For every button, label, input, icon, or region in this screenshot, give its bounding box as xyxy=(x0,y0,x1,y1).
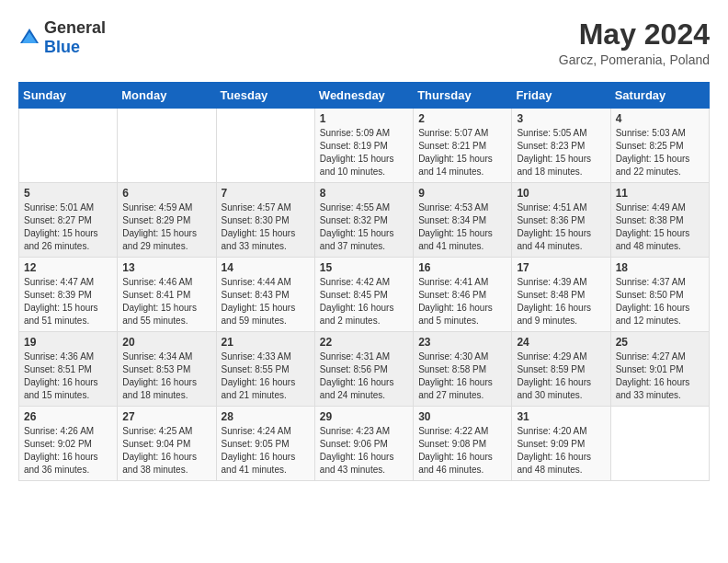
day-of-week-header: Tuesday xyxy=(216,83,314,109)
day-number: 21 xyxy=(222,336,310,349)
day-info: Sunrise: 4:44 AM Sunset: 8:43 PM Dayligh… xyxy=(222,276,310,327)
day-info: Sunrise: 4:20 AM Sunset: 9:09 PM Dayligh… xyxy=(517,425,605,477)
day-of-week-header: Sunday xyxy=(19,83,118,109)
calendar-week-row: 12Sunrise: 4:47 AM Sunset: 8:39 PM Dayli… xyxy=(19,258,710,332)
day-info: Sunrise: 4:59 AM Sunset: 8:29 PM Dayligh… xyxy=(122,201,210,253)
day-number: 11 xyxy=(616,187,704,200)
calendar-cell: 8Sunrise: 4:55 AM Sunset: 8:32 PM Daylig… xyxy=(314,183,413,258)
day-number: 14 xyxy=(222,261,310,274)
day-info: Sunrise: 4:33 AM Sunset: 8:55 PM Dayligh… xyxy=(222,350,310,402)
day-number: 27 xyxy=(122,410,210,423)
day-number: 15 xyxy=(320,261,408,274)
day-number: 23 xyxy=(418,336,506,349)
calendar-header-row: SundayMondayTuesdayWednesdayThursdayFrid… xyxy=(19,83,710,109)
day-number: 24 xyxy=(517,336,605,349)
day-info: Sunrise: 4:36 AM Sunset: 8:51 PM Dayligh… xyxy=(24,350,112,402)
day-number: 22 xyxy=(320,336,408,349)
calendar-cell: 24Sunrise: 4:29 AM Sunset: 8:59 PM Dayli… xyxy=(512,332,610,407)
day-number: 13 xyxy=(122,261,210,274)
logo-icon xyxy=(18,27,40,49)
calendar-week-row: 26Sunrise: 4:26 AM Sunset: 9:02 PM Dayli… xyxy=(19,407,710,481)
calendar-cell: 22Sunrise: 4:31 AM Sunset: 8:56 PM Dayli… xyxy=(314,332,413,407)
calendar-week-row: 5Sunrise: 5:01 AM Sunset: 8:27 PM Daylig… xyxy=(19,183,710,258)
day-info: Sunrise: 4:22 AM Sunset: 9:08 PM Dayligh… xyxy=(418,425,506,477)
calendar-table: SundayMondayTuesdayWednesdayThursdayFrid… xyxy=(18,82,710,481)
calendar-cell: 4Sunrise: 5:03 AM Sunset: 8:25 PM Daylig… xyxy=(610,109,709,183)
day-info: Sunrise: 4:49 AM Sunset: 8:38 PM Dayligh… xyxy=(616,201,704,253)
day-number: 2 xyxy=(418,112,506,125)
day-info: Sunrise: 4:47 AM Sunset: 8:39 PM Dayligh… xyxy=(24,276,112,327)
logo: General Blue xyxy=(18,18,106,57)
day-info: Sunrise: 4:23 AM Sunset: 9:06 PM Dayligh… xyxy=(320,425,408,477)
calendar-cell xyxy=(610,407,709,481)
day-number: 25 xyxy=(616,336,704,349)
day-info: Sunrise: 5:05 AM Sunset: 8:23 PM Dayligh… xyxy=(517,127,605,178)
calendar-cell xyxy=(118,109,216,183)
day-info: Sunrise: 4:42 AM Sunset: 8:45 PM Dayligh… xyxy=(320,276,408,327)
calendar-cell: 9Sunrise: 4:53 AM Sunset: 8:34 PM Daylig… xyxy=(414,183,512,258)
day-number: 18 xyxy=(616,261,704,274)
day-number: 3 xyxy=(517,112,605,125)
calendar-cell: 26Sunrise: 4:26 AM Sunset: 9:02 PM Dayli… xyxy=(19,407,118,481)
day-info: Sunrise: 4:26 AM Sunset: 9:02 PM Dayligh… xyxy=(24,425,112,477)
calendar-cell xyxy=(216,109,314,183)
calendar-cell: 17Sunrise: 4:39 AM Sunset: 8:48 PM Dayli… xyxy=(512,258,610,332)
calendar-cell: 31Sunrise: 4:20 AM Sunset: 9:09 PM Dayli… xyxy=(512,407,610,481)
day-number: 29 xyxy=(320,410,408,423)
day-info: Sunrise: 4:27 AM Sunset: 9:01 PM Dayligh… xyxy=(616,350,704,402)
day-info: Sunrise: 4:24 AM Sunset: 9:05 PM Dayligh… xyxy=(222,425,310,477)
calendar-cell: 28Sunrise: 4:24 AM Sunset: 9:05 PM Dayli… xyxy=(216,407,314,481)
logo-text: General Blue xyxy=(44,18,106,57)
calendar-cell: 29Sunrise: 4:23 AM Sunset: 9:06 PM Dayli… xyxy=(314,407,413,481)
page-header: General Blue May 2024 Garcz, Pomerania, … xyxy=(18,18,710,67)
calendar-cell: 20Sunrise: 4:34 AM Sunset: 8:53 PM Dayli… xyxy=(118,332,216,407)
day-number: 7 xyxy=(222,187,310,200)
day-number: 12 xyxy=(24,261,112,274)
calendar-cell: 5Sunrise: 5:01 AM Sunset: 8:27 PM Daylig… xyxy=(19,183,118,258)
page-title: May 2024 xyxy=(559,18,710,51)
day-info: Sunrise: 4:31 AM Sunset: 8:56 PM Dayligh… xyxy=(320,350,408,402)
calendar-cell: 16Sunrise: 4:41 AM Sunset: 8:46 PM Dayli… xyxy=(414,258,512,332)
day-info: Sunrise: 4:37 AM Sunset: 8:50 PM Dayligh… xyxy=(616,276,704,327)
calendar-week-row: 19Sunrise: 4:36 AM Sunset: 8:51 PM Dayli… xyxy=(19,332,710,407)
logo-blue: Blue xyxy=(44,38,80,56)
day-of-week-header: Wednesday xyxy=(314,83,413,109)
day-info: Sunrise: 4:53 AM Sunset: 8:34 PM Dayligh… xyxy=(418,201,506,253)
day-info: Sunrise: 5:09 AM Sunset: 8:19 PM Dayligh… xyxy=(320,127,408,178)
day-number: 19 xyxy=(24,336,112,349)
day-number: 26 xyxy=(24,410,112,423)
day-number: 8 xyxy=(320,187,408,200)
day-info: Sunrise: 5:07 AM Sunset: 8:21 PM Dayligh… xyxy=(418,127,506,178)
calendar-cell: 23Sunrise: 4:30 AM Sunset: 8:58 PM Dayli… xyxy=(414,332,512,407)
calendar-cell: 18Sunrise: 4:37 AM Sunset: 8:50 PM Dayli… xyxy=(610,258,709,332)
day-info: Sunrise: 4:25 AM Sunset: 9:04 PM Dayligh… xyxy=(122,425,210,477)
calendar-cell: 27Sunrise: 4:25 AM Sunset: 9:04 PM Dayli… xyxy=(118,407,216,481)
day-number: 6 xyxy=(122,187,210,200)
calendar-cell: 11Sunrise: 4:49 AM Sunset: 8:38 PM Dayli… xyxy=(610,183,709,258)
calendar-cell: 3Sunrise: 5:05 AM Sunset: 8:23 PM Daylig… xyxy=(512,109,610,183)
day-number: 31 xyxy=(517,410,605,423)
day-of-week-header: Saturday xyxy=(610,83,709,109)
day-number: 1 xyxy=(320,112,408,125)
day-info: Sunrise: 4:30 AM Sunset: 8:58 PM Dayligh… xyxy=(418,350,506,402)
calendar-cell: 14Sunrise: 4:44 AM Sunset: 8:43 PM Dayli… xyxy=(216,258,314,332)
calendar-cell: 15Sunrise: 4:42 AM Sunset: 8:45 PM Dayli… xyxy=(314,258,413,332)
calendar-cell: 19Sunrise: 4:36 AM Sunset: 8:51 PM Dayli… xyxy=(19,332,118,407)
day-info: Sunrise: 4:46 AM Sunset: 8:41 PM Dayligh… xyxy=(122,276,210,327)
day-of-week-header: Thursday xyxy=(414,83,512,109)
day-number: 20 xyxy=(122,336,210,349)
day-info: Sunrise: 4:41 AM Sunset: 8:46 PM Dayligh… xyxy=(418,276,506,327)
day-number: 5 xyxy=(24,187,112,200)
day-info: Sunrise: 4:29 AM Sunset: 8:59 PM Dayligh… xyxy=(517,350,605,402)
day-number: 10 xyxy=(517,187,605,200)
day-info: Sunrise: 4:51 AM Sunset: 8:36 PM Dayligh… xyxy=(517,201,605,253)
day-info: Sunrise: 4:57 AM Sunset: 8:30 PM Dayligh… xyxy=(222,201,310,253)
calendar-cell: 13Sunrise: 4:46 AM Sunset: 8:41 PM Dayli… xyxy=(118,258,216,332)
day-number: 17 xyxy=(517,261,605,274)
page-subtitle: Garcz, Pomerania, Poland xyxy=(559,52,710,67)
calendar-cell: 21Sunrise: 4:33 AM Sunset: 8:55 PM Dayli… xyxy=(216,332,314,407)
calendar-cell: 10Sunrise: 4:51 AM Sunset: 8:36 PM Dayli… xyxy=(512,183,610,258)
calendar-cell: 2Sunrise: 5:07 AM Sunset: 8:21 PM Daylig… xyxy=(414,109,512,183)
day-info: Sunrise: 4:55 AM Sunset: 8:32 PM Dayligh… xyxy=(320,201,408,253)
calendar-cell: 7Sunrise: 4:57 AM Sunset: 8:30 PM Daylig… xyxy=(216,183,314,258)
